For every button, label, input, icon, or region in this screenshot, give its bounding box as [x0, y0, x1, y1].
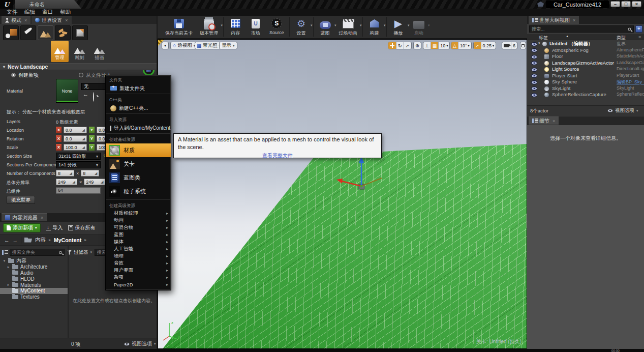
blueprints-button[interactable]: 蓝图 ▾ — [315, 17, 335, 37]
tab-close-icon[interactable]: × — [24, 18, 27, 23]
add-new-button[interactable]: 添加新项 ▾ — [3, 223, 41, 232]
visibility-eye-icon[interactable] — [531, 61, 537, 65]
marketplace-button[interactable]: U 市场 — [246, 17, 266, 37]
visibility-eye-icon[interactable] — [531, 86, 537, 91]
dropdown-icon[interactable]: ▾ — [221, 23, 223, 27]
material-browse-icon[interactable] — [93, 92, 94, 102]
tree-item-mycontent[interactable]: MyContent — [0, 288, 68, 294]
menu-item-new-cpp-class[interactable]: 新建C++类... — [106, 104, 171, 112]
mode-geometry[interactable] — [72, 25, 88, 40]
maximize-viewport-button[interactable] — [520, 42, 526, 49]
breadcrumb-current[interactable]: MyContent — [54, 237, 81, 243]
fill-world-button[interactable]: 填充世界 — [7, 196, 35, 204]
folder-search-box[interactable] — [10, 249, 65, 256]
tree-item-materials[interactable]: ▸ Materials — [0, 282, 68, 288]
menu-item-level[interactable]: 关卡 — [106, 157, 171, 171]
tree-expand-icon[interactable]: ▸ — [7, 283, 10, 287]
sort-ascending-icon[interactable]: ▲ — [566, 35, 569, 38]
play-button[interactable]: ▶ 播放 ▾ — [388, 17, 409, 37]
menu-item-import-to-game[interactable]: 导入到/Game/MyContent... — [106, 124, 171, 132]
scale-snap-value-button[interactable]: 0.25▾ — [481, 42, 496, 49]
menu-item-paper2d[interactable]: Paper2D▸ — [106, 281, 171, 288]
menu-item-materials-textures[interactable]: 材质和纹理▸ — [106, 210, 171, 217]
rotation-snap-value-button[interactable]: 10°▾ — [458, 42, 471, 49]
content-button[interactable]: 内容 — [225, 17, 246, 37]
landscape-paint-tab[interactable]: 描画 — [90, 41, 108, 62]
camera-speed-value[interactable]: 6 — [511, 42, 517, 49]
visibility-eye-icon[interactable] — [531, 42, 537, 46]
coordinate-system-button[interactable]: ⊕ — [413, 42, 421, 49]
menu-item-new-folder[interactable]: 新建文件夹 — [106, 84, 171, 93]
menu-window[interactable]: 窗口 — [42, 9, 53, 16]
tab-close-icon[interactable]: × — [41, 215, 43, 220]
document-tab[interactable]: 未命名 — [15, 0, 81, 9]
spin-grip-icon[interactable]: ◢ — [82, 145, 85, 150]
outliner-view-options-button[interactable]: 视图选项 ▾ — [607, 107, 638, 114]
tree-item-textures[interactable]: Textures — [0, 294, 68, 300]
mode-place[interactable] — [3, 25, 19, 40]
visibility-eye-icon[interactable] — [531, 48, 537, 52]
sections-per-component-dropdown[interactable]: 1×1 分段▾ — [56, 161, 101, 168]
viewport[interactable]: ▾ ◇ 透视图 ▾ 带光照 ▾ 显示 ▾ ↻ ↗ ⊕ ⊥ ▦ 10▾ △ 10°… — [158, 39, 527, 349]
menu-file[interactable]: 文件 — [7, 9, 17, 16]
cinematics-button[interactable]: 过场动画 ▾ — [335, 17, 361, 37]
menu-item-blueprint-class[interactable]: 蓝图类 — [106, 171, 171, 185]
rotation-snap-toggle[interactable]: △ — [451, 42, 458, 49]
radio-create-new[interactable]: 创建新项 — [11, 72, 39, 79]
save-level-button[interactable]: 保存当前关卡 — [162, 17, 196, 37]
components-y-field[interactable]: 8◢ — [81, 170, 99, 177]
tab-content-browser[interactable]: 内容浏览器 × — [2, 213, 47, 221]
source-control-button[interactable]: 版本管理 ▾ — [196, 17, 222, 37]
tab-close-icon[interactable]: × — [65, 18, 68, 23]
view-options-button[interactable]: 视图选项 ▾ — [124, 340, 156, 347]
menu-item-media[interactable]: 媒体▸ — [106, 238, 171, 245]
outliner-search-input[interactable] — [532, 26, 626, 32]
scale-tool-button[interactable]: ↗ — [404, 42, 411, 49]
show-button[interactable]: 显示 ▾ — [219, 42, 237, 49]
section-size-dropdown[interactable]: 31x31 四边形▾ — [56, 153, 101, 160]
perspective-button[interactable]: ◇ 透视图 ▾ — [170, 42, 198, 49]
resolution-x-field[interactable]: 249◢ — [56, 179, 77, 185]
visibility-eye-icon[interactable] — [531, 80, 537, 84]
spin-grip-icon[interactable]: ◢ — [73, 180, 75, 184]
viewport-options-button[interactable]: ▾ — [162, 42, 169, 49]
menu-item-ui[interactable]: 用户界面▸ — [106, 267, 171, 274]
tab-close-icon[interactable]: × — [553, 119, 555, 124]
folder-search-input[interactable] — [12, 250, 57, 255]
location-x-field[interactable]: 0.0◢ — [64, 127, 87, 133]
outliner-search-box[interactable] — [529, 25, 634, 33]
menu-item-animation[interactable]: 动画▸ — [106, 217, 171, 224]
launch-button[interactable]: 启动 ▾ — [409, 17, 429, 37]
source-button[interactable]: S Source — [266, 17, 288, 35]
column-filter-icon[interactable]: ≡ — [638, 35, 641, 40]
dropdown-icon[interactable]: ▾ — [384, 23, 386, 27]
breadcrumb-separator-icon[interactable]: ▸ — [84, 238, 86, 242]
landscape-manage-tab[interactable]: 管理 — [51, 41, 69, 62]
tree-item-architecture[interactable]: ▸ Architecture — [0, 264, 68, 270]
outliner-row-light-source[interactable]: Light Source DirectionalLight — [527, 66, 644, 72]
spin-grip-icon[interactable]: ◢ — [82, 128, 85, 132]
outliner-row-atmospheric-fog[interactable]: Atmospheric Fog AtmosphericFog — [527, 47, 644, 53]
menu-item-ai[interactable]: 人工智能▸ — [106, 245, 171, 252]
menu-item-material[interactable]: 材质 — [106, 143, 171, 157]
grid-snap-value-button[interactable]: 10▾ — [439, 42, 449, 49]
visibility-eye-icon[interactable] — [531, 74, 537, 78]
grid-snap-toggle[interactable]: ▦ — [431, 42, 439, 49]
outliner-row-sky-sphere[interactable]: Sky Sphere 编辑BP_Sky_Sp — [527, 79, 644, 85]
dropdown-icon[interactable]: ▾ — [311, 23, 313, 27]
view-full-docs-link[interactable]: 查看完整文件 — [178, 152, 377, 159]
menu-edit[interactable]: 编辑 — [24, 9, 35, 16]
scale-x-field[interactable]: 100.0◢ — [64, 144, 87, 151]
tree-expand-icon[interactable]: ▸ — [7, 265, 10, 269]
surface-snap-button[interactable]: ⊥ — [423, 42, 431, 49]
scale-snap-toggle[interactable]: ↗ — [474, 42, 481, 49]
import-button[interactable]: ↓ 导入 — [46, 224, 63, 231]
material-thumbnail[interactable]: None — [56, 79, 78, 103]
landscape-sculpt-tab[interactable]: 雕刻 — [71, 41, 88, 62]
tab-world-outliner[interactable]: 世界大纲视图 × — [529, 16, 579, 24]
rotation-x-field[interactable]: 0.0◢ — [64, 135, 87, 142]
tree-item-audio[interactable]: Audio — [0, 270, 68, 276]
settings-button[interactable]: ⚙ 设置 ▾ — [291, 17, 312, 37]
tab-world-settings[interactable]: 世界设置 × — [32, 16, 71, 24]
visibility-eye-icon[interactable] — [531, 93, 537, 97]
